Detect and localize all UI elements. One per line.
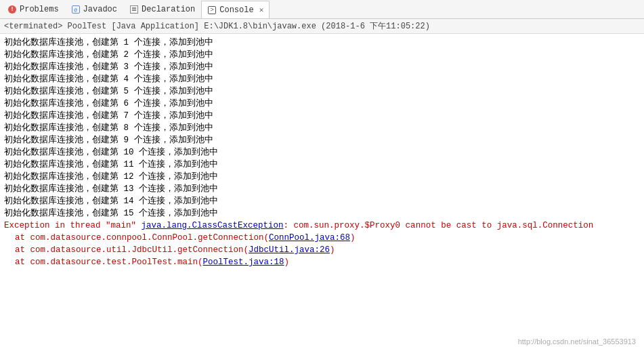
declaration-icon [129, 5, 139, 14]
console-line: 初始化数据库连接池，创建第 13 个连接，添加到池中 [4, 183, 640, 195]
tab-problems[interactable]: Problems [1, 1, 65, 18]
tab-javadoc[interactable]: Javadoc [65, 1, 123, 18]
tab-console-close[interactable]: ✕ [259, 5, 264, 14]
console-line: 初始化数据库连接池，创建第 14 个连接，添加到池中 [4, 195, 640, 207]
stack-trace-link[interactable]: PoolTest.java:18 [203, 257, 284, 267]
stack-trace-link[interactable]: JdbcUtil.java:26 [249, 245, 330, 255]
console-line: 初始化数据库连接池，创建第 2 个连接，添加到池中 [4, 49, 640, 61]
console-header-text: <terminated> PoolTest [Java Application]… [4, 20, 430, 32]
console-line: 初始化数据库连接池，创建第 4 个连接，添加到池中 [4, 73, 640, 85]
tab-console-label: Console [219, 5, 253, 15]
tab-declaration-label: Declaration [142, 5, 195, 14]
error-block: Exception in thread "main" java.lang.Cla… [4, 220, 640, 268]
console-line: 初始化数据库连接池，创建第 10 个连接，添加到池中 [4, 146, 640, 159]
console-line: 初始化数据库连接池，创建第 6 个连接，添加到池中 [4, 98, 640, 110]
console-line: 初始化数据库连接池，创建第 12 个连接，添加到池中 [4, 171, 640, 183]
tab-bar: Problems Javadoc Declaration Console ✕ [0, 0, 644, 19]
tab-console[interactable]: Console ✕ [201, 1, 270, 18]
console-line: 初始化数据库连接池，创建第 3 个连接，添加到池中 [4, 61, 640, 73]
console-line: 初始化数据库连接池，创建第 7 个连接，添加到池中 [4, 110, 640, 122]
console-line: 初始化数据库连接池，创建第 9 个连接，添加到池中 [4, 134, 640, 146]
console-lines: 初始化数据库连接池，创建第 1 个连接，添加到池中初始化数据库连接池，创建第 2… [4, 37, 640, 220]
watermark: http://blog.csdn.net/sinat_36553913 [518, 337, 636, 346]
stack-trace-line: at com.datasource.test.PoolTest.main(Poo… [4, 256, 640, 268]
console-line: 初始化数据库连接池，创建第 15 个连接，添加到池中 [4, 207, 640, 220]
exception-class-link[interactable]: java.lang.ClassCastException [142, 221, 284, 230]
console-line: 初始化数据库连接池，创建第 5 个连接，添加到池中 [4, 85, 640, 98]
console-icon [207, 5, 217, 15]
error-main-line: Exception in thread "main" java.lang.Cla… [4, 220, 640, 232]
console-line: 初始化数据库连接池，创建第 11 个连接，添加到池中 [4, 159, 640, 171]
tab-javadoc-label: Javadoc [83, 5, 117, 14]
tab-problems-label: Problems [20, 5, 59, 14]
console-body[interactable]: 初始化数据库连接池，创建第 1 个连接，添加到池中初始化数据库连接池，创建第 2… [0, 34, 644, 351]
tab-declaration[interactable]: Declaration [123, 1, 201, 18]
console-header: <terminated> PoolTest [Java Application]… [0, 19, 644, 34]
javadoc-icon [71, 5, 81, 14]
stack-trace-link[interactable]: ConnPool.java:68 [269, 233, 350, 243]
console-line: 初始化数据库连接池，创建第 8 个连接，添加到池中 [4, 122, 640, 134]
problems-icon [7, 5, 17, 14]
stack-trace-line: at com.datasource.util.JdbcUtil.getConne… [4, 244, 640, 256]
stack-trace-line: at com.datasource.connpool.ConnPool.getC… [4, 232, 640, 244]
console-line: 初始化数据库连接池，创建第 1 个连接，添加到池中 [4, 37, 640, 49]
